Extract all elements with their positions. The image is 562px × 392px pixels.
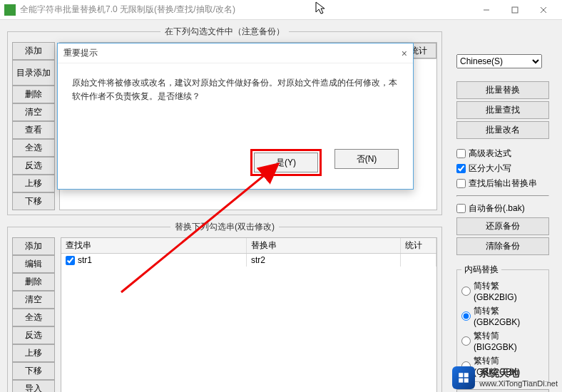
case-sensitive-checkbox[interactable]: 区分大小写 [456,163,549,175]
enc-gbk2gbk-radio[interactable]: 简转繁 (GBK2GBK) [461,305,544,327]
right-panel: Chinese(S) 批量替换 批量查找 批量改名 高级表达式 区分大小写 查找… [456,54,549,392]
titlebar: 全能字符串批量替换机7.0 无限制版(替换/查找/抽取/改名) [0,0,562,20]
batch-replace-button[interactable]: 批量替换 [456,81,549,99]
highlight-annotation: 是(Y) [250,149,322,176]
strings-legend: 替换下列勾选串(双击修改) [170,221,279,233]
invert-files-button[interactable]: 反选 [12,157,55,175]
minimize-button[interactable] [472,0,501,20]
window-controls [472,0,558,20]
dialog-titlebar: 重要提示 × [58,43,413,63]
add-file-button[interactable]: 添加 [12,42,55,60]
row-stats-value [401,254,436,267]
move-down-str-button[interactable]: 下移 [12,362,55,380]
batch-buttons: 批量替换 批量查找 批量改名 [456,81,549,139]
col-stats: 统计 [401,238,436,253]
move-up-str-button[interactable]: 上移 [12,344,55,362]
svg-rect-1 [512,7,518,13]
move-up-file-button[interactable]: 上移 [12,175,55,192]
select-all-str-button[interactable]: 全选 [12,309,55,326]
restore-backup-button[interactable]: 还原备份 [456,217,549,235]
auto-backup-checkbox[interactable]: 自动备份(.bak) [456,202,549,215]
batch-rename-button[interactable]: 批量改名 [456,121,549,139]
view-button[interactable]: 查看 [12,121,55,139]
dialog-title: 重要提示 [63,47,98,59]
dialog-close-button[interactable]: × [402,48,407,59]
clear-files-button[interactable]: 清空 [12,103,55,121]
maximize-button[interactable] [501,0,529,20]
enc-gbk2big-radio[interactable]: 简转繁 (GBK2BIG) [461,280,544,302]
string-row[interactable]: str1 str2 [61,254,436,267]
watermark-name: 系统天地 [479,368,558,378]
row-checkbox[interactable] [66,256,75,265]
col-search: 查找串 [61,238,247,253]
watermark-logo [452,366,475,389]
advanced-expr-checkbox[interactable]: 高级表达式 [456,148,549,160]
dialog-yes-button[interactable]: 是(Y) [254,153,318,172]
close-button[interactable] [529,0,558,20]
enc-big2gbk-radio[interactable]: 繁转简 (BIG2GBK) [461,330,544,352]
encoding-legend: 内码替换 [461,264,501,276]
string-buttons-column: 添加 编辑 删除 清空 全选 反选 上移 下移 导入 导出 [12,237,55,392]
add-dir-button[interactable]: 目录添加 [12,60,55,86]
edit-str-button[interactable]: 编辑 [12,255,55,273]
window-title: 全能字符串批量替换机7.0 无限制版(替换/查找/抽取/改名) [20,4,472,16]
col-replace: 替换串 [247,238,401,253]
dialog-no-button[interactable]: 否(N) [334,149,399,169]
import-button[interactable]: 导入 [12,380,55,392]
clear-backup-button[interactable]: 清除备份 [456,237,549,255]
dialog-body: 原始文件将被修改或改名，建议对原始文件做好备份。对原始文件造成的任何修改，本软件… [58,63,413,142]
delete-str-button[interactable]: 删除 [12,273,55,291]
files-legend: 在下列勾选文件中（注意备份） [160,26,289,38]
invert-str-button[interactable]: 反选 [12,326,55,344]
string-list-header: 查找串 替换串 统计 [61,238,436,254]
delete-file-button[interactable]: 删除 [12,86,55,103]
encoding-group: 内码替换 简转繁 (GBK2BIG) 简转繁 (GBK2GBK) 繁转简 (BI… [456,264,549,382]
watermark: 系统天地 www.XiTongTianDi.net [452,366,558,389]
move-down-file-button[interactable]: 下移 [12,192,55,210]
app-icon [4,4,16,16]
file-buttons-column: 添加 目录添加 删除 清空 查看 全选 反选 上移 下移 [12,42,55,210]
row-search-value: str1 [78,255,92,265]
exit-button[interactable]: 退出 [456,389,549,392]
watermark-url: www.XiTongTianDi.net [479,379,558,388]
add-str-button[interactable]: 添加 [12,237,55,255]
row-replace-value: str2 [247,254,401,267]
strings-fieldset: 替换下列勾选串(双击修改) 添加 编辑 删除 清空 全选 反选 上移 下移 导入… [7,221,442,392]
clear-str-button[interactable]: 清空 [12,291,55,309]
confirm-dialog: 重要提示 × 原始文件将被修改或改名，建议对原始文件做好备份。对原始文件造成的任… [57,43,414,190]
output-replace-checkbox[interactable]: 查找后输出替换串 [456,177,549,190]
batch-search-button[interactable]: 批量查找 [456,101,549,119]
string-list[interactable]: 查找串 替换串 统计 str1 str2 [61,237,437,392]
select-all-files-button[interactable]: 全选 [12,139,55,157]
dialog-buttons: 是(Y) 否(N) [58,142,413,189]
language-select[interactable]: Chinese(S) [456,54,542,68]
